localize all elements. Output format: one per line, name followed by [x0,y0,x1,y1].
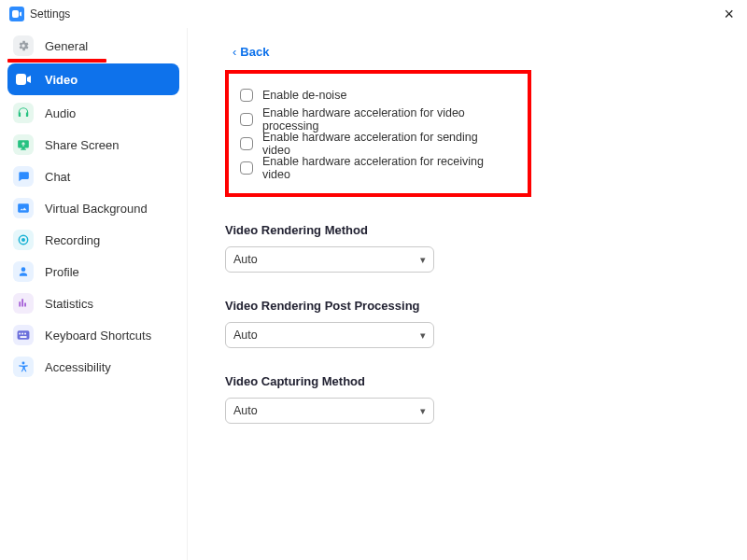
svg-rect-2 [18,330,30,339]
section-title-post-processing: Video Rendering Post Processing [225,299,728,313]
checkbox-icon [240,161,253,175]
sidebar-item-virtual-background[interactable]: Virtual Background [0,192,187,224]
sidebar: General Video Audio Share Screen [0,28,187,560]
chart-icon [13,293,34,314]
svg-rect-3 [19,333,21,335]
select-capturing-method[interactable]: Auto ▾ [225,398,434,424]
sidebar-item-label: Video [45,73,78,87]
share-screen-icon [13,134,34,155]
keyboard-icon [13,325,34,345]
select-value: Auto [233,253,258,266]
sidebar-item-label: Profile [45,265,79,279]
sidebar-item-audio[interactable]: Audio [0,97,187,129]
select-rendering-method[interactable]: Auto ▾ [225,246,434,273]
chat-icon [13,166,34,187]
window-body: General Video Audio Share Screen [0,28,747,560]
annotation-highlight-box: Enable de-noise Enable hardware accelera… [225,70,531,197]
sidebar-item-label: Recording [45,233,100,247]
checkbox-denoise[interactable]: Enable de-noise [240,83,490,107]
app-icon [9,7,24,21]
titlebar: Settings × [0,0,747,28]
window-title: Settings [30,7,70,21]
record-icon [13,230,34,250]
chevron-down-icon: ▾ [420,329,426,342]
checkbox-label: Enable hardware acceleration for video p… [262,106,490,133]
video-icon [13,69,34,90]
select-value: Auto [233,404,258,417]
sidebar-item-statistics[interactable]: Statistics [0,287,187,319]
sidebar-item-label: Statistics [45,297,93,311]
chevron-left-icon: ‹ [233,45,236,59]
close-button[interactable]: × [720,6,738,22]
sidebar-item-keyboard-shortcuts[interactable]: Keyboard Shortcuts [0,319,187,351]
select-post-processing[interactable]: Auto ▾ [225,322,434,348]
sidebar-item-label: Accessibility [45,360,111,374]
sidebar-item-chat[interactable]: Chat [0,161,187,192]
image-icon [13,198,34,218]
svg-rect-5 [24,333,26,335]
back-link[interactable]: ‹ Back [233,45,269,59]
checkbox-icon [240,89,253,102]
chevron-down-icon: ▾ [420,405,426,417]
content-pane: ‹ Back Enable de-noise Enable hardware a… [187,28,747,560]
annotation-underline [7,59,106,63]
sidebar-item-label: Chat [45,170,70,184]
svg-point-1 [21,238,25,242]
sidebar-item-video[interactable]: Video [7,63,179,95]
svg-rect-4 [21,333,23,335]
sidebar-item-share-screen[interactable]: Share Screen [0,129,187,161]
svg-rect-6 [21,336,27,338]
user-icon [13,261,34,282]
headphones-icon [13,103,34,123]
settings-window: Settings × General Video A [0,0,747,560]
checkbox-icon [240,113,253,126]
gear-icon [13,35,34,56]
chevron-down-icon: ▾ [420,254,426,266]
checkbox-label: Enable hardware acceleration for receivi… [262,155,490,181]
sidebar-item-label: Audio [45,106,76,120]
checkbox-label: Enable de-noise [262,89,346,102]
checkbox-hw-receiving[interactable]: Enable hardware acceleration for receivi… [240,156,490,180]
select-value: Auto [233,329,258,342]
checkbox-hw-sending[interactable]: Enable hardware acceleration for sending… [240,132,490,156]
sidebar-item-accessibility[interactable]: Accessibility [0,351,187,383]
sidebar-item-profile[interactable]: Profile [0,256,187,287]
checkbox-label: Enable hardware acceleration for sending… [262,131,490,157]
accessibility-icon [13,357,34,377]
back-label: Back [240,45,269,59]
svg-point-7 [22,361,25,364]
section-title-rendering: Video Rendering Method [225,223,728,237]
sidebar-item-general[interactable]: General [0,30,187,62]
checkbox-icon [240,137,253,150]
section-title-capturing: Video Capturing Method [225,374,728,388]
sidebar-item-recording[interactable]: Recording [0,224,187,256]
sidebar-item-label: Keyboard Shortcuts [45,329,151,343]
checkbox-hw-processing[interactable]: Enable hardware acceleration for video p… [240,107,490,132]
sidebar-item-label: Share Screen [45,138,120,152]
sidebar-item-label: Virtual Background [45,202,148,216]
sidebar-item-label: General [45,39,88,53]
